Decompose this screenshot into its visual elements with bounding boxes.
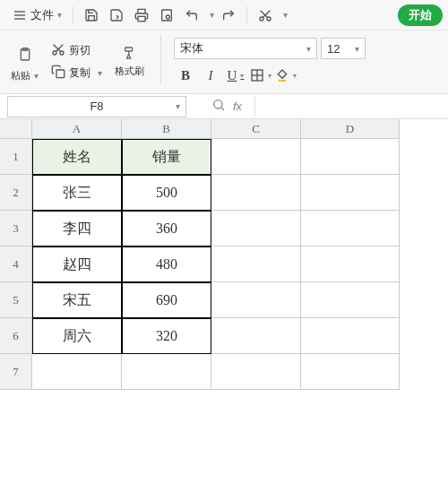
menu-file[interactable]: 文件 ▾ <box>5 4 65 26</box>
chevron-down-icon[interactable]: ▾ <box>283 10 288 20</box>
tab-start[interactable]: 开始 <box>398 4 443 26</box>
paste-icon <box>12 42 39 67</box>
cell-B1[interactable]: 销量 <box>122 139 211 175</box>
fill-color-button[interactable]: ▾ <box>274 65 297 86</box>
cell-C5[interactable] <box>211 282 301 318</box>
chevron-down-icon: ▾ <box>57 10 62 20</box>
spreadsheet-grid: A B C D 1 姓名 销量 2 张三 500 3 李四 360 4 赵四 4… <box>0 119 448 390</box>
svg-point-12 <box>53 51 56 55</box>
print-icon[interactable] <box>131 4 152 26</box>
cell-A1[interactable]: 姓名 <box>32 139 122 175</box>
format-painter-button[interactable]: 格式刷 <box>111 34 148 90</box>
cell-C6[interactable] <box>211 318 301 354</box>
cell-B3[interactable]: 360 <box>122 211 211 246</box>
chevron-down-icon: ▾ <box>355 44 359 54</box>
cell-B2[interactable]: 500 <box>122 175 211 211</box>
paste-label: 粘贴 <box>11 69 30 82</box>
svg-rect-16 <box>56 70 65 78</box>
cell-A4[interactable]: 赵四 <box>32 246 122 282</box>
chevron-down-icon: ▾ <box>306 44 311 54</box>
undo-icon[interactable] <box>181 4 202 26</box>
cell-B4[interactable]: 480 <box>122 246 211 282</box>
cut-button[interactable]: 剪切 <box>51 42 102 59</box>
row-header-1[interactable]: 1 <box>0 139 32 175</box>
cell-C1[interactable] <box>211 139 301 175</box>
save-as-icon[interactable] <box>106 4 127 26</box>
separator <box>246 6 247 24</box>
row-header-3[interactable]: 3 <box>0 211 32 246</box>
bold-button[interactable]: B <box>174 65 197 86</box>
svg-point-5 <box>166 15 169 19</box>
cell-A2[interactable]: 张三 <box>32 175 122 211</box>
cut-copy-group: 剪切 复制▾ <box>51 34 102 90</box>
formula-bar: F8 ▾ fx <box>0 94 448 119</box>
paste-group[interactable]: 粘贴▾ <box>7 34 42 90</box>
cell-B5[interactable]: 690 <box>122 282 211 318</box>
print-preview-icon[interactable] <box>156 4 177 26</box>
col-header-A[interactable]: A <box>32 119 122 139</box>
svg-rect-17 <box>125 48 132 51</box>
separator <box>73 6 73 24</box>
font-name-select[interactable]: 宋体▾ <box>174 38 317 59</box>
file-label: 文件 <box>30 7 54 23</box>
row-header-2[interactable]: 2 <box>0 175 32 211</box>
row-header-7[interactable]: 7 <box>0 354 32 390</box>
col-header-D[interactable]: D <box>301 119 400 139</box>
cell-C3[interactable] <box>211 211 301 246</box>
font-section: 宋体▾ 12▾ B I U▾ ▾ ▾ <box>174 34 441 90</box>
menu-icon <box>9 4 30 26</box>
row-header-5[interactable]: 5 <box>0 282 32 318</box>
chevron-down-icon: ▾ <box>98 68 102 78</box>
svg-line-23 <box>221 108 224 110</box>
cell-A7[interactable] <box>32 354 122 390</box>
select-all-corner[interactable] <box>0 119 32 139</box>
cell-C2[interactable] <box>211 175 301 211</box>
cell-A6[interactable]: 周六 <box>32 318 122 354</box>
separator <box>160 34 161 84</box>
cell-C4[interactable] <box>211 246 301 282</box>
copy-icon <box>51 65 65 82</box>
fx-label[interactable]: fx <box>233 99 242 113</box>
save-icon[interactable] <box>81 4 102 26</box>
cell-D6[interactable] <box>301 318 400 354</box>
zoom-icon[interactable] <box>211 98 226 115</box>
cell-A5[interactable]: 宋五 <box>32 282 122 318</box>
col-header-B[interactable]: B <box>122 119 211 139</box>
row-header-4[interactable]: 4 <box>0 246 32 282</box>
underline-button[interactable]: U▾ <box>224 65 247 86</box>
cell-C7[interactable] <box>211 354 301 390</box>
cell-D7[interactable] <box>301 354 400 390</box>
copy-button[interactable]: 复制▾ <box>51 65 102 82</box>
cell-A3[interactable]: 李四 <box>32 211 122 246</box>
scissors-icon <box>51 42 65 59</box>
redo-icon[interactable] <box>218 4 239 26</box>
svg-point-6 <box>260 17 263 21</box>
row-header-6[interactable]: 6 <box>0 318 32 354</box>
ribbon-toolbar: 文件 ▾ ▾ ▾ 开始 粘贴▾ 剪切 复制▾ 格式刷 宋体▾ <box>0 0 448 94</box>
cut-icon[interactable] <box>254 4 276 26</box>
paintbrush-icon <box>123 46 137 63</box>
cell-D1[interactable] <box>301 139 400 175</box>
chevron-down-icon: ▾ <box>176 101 180 111</box>
svg-point-22 <box>214 100 222 108</box>
menubar: 文件 ▾ ▾ ▾ 开始 <box>0 0 448 30</box>
cell-B7[interactable] <box>122 354 211 390</box>
italic-button[interactable]: I <box>199 65 222 86</box>
chevron-down-icon[interactable]: ▾ <box>210 10 214 20</box>
chevron-down-icon: ▾ <box>34 71 39 81</box>
font-size-select[interactable]: 12▾ <box>321 38 366 59</box>
name-box[interactable]: F8 ▾ <box>7 96 186 117</box>
cell-D2[interactable] <box>301 175 400 211</box>
formula-input[interactable] <box>254 97 448 117</box>
cell-D4[interactable] <box>301 246 400 282</box>
col-header-C[interactable]: C <box>211 119 301 139</box>
cell-D5[interactable] <box>301 282 400 318</box>
border-button[interactable]: ▾ <box>249 65 272 86</box>
ribbon-home: 粘贴▾ 剪切 复制▾ 格式刷 宋体▾ 12▾ B I U▾ ▾ ▾ <box>0 30 448 93</box>
svg-rect-3 <box>138 16 145 21</box>
cell-D3[interactable] <box>301 211 400 246</box>
cell-B6[interactable]: 320 <box>122 318 211 354</box>
svg-point-13 <box>60 51 64 55</box>
svg-point-7 <box>267 17 271 21</box>
